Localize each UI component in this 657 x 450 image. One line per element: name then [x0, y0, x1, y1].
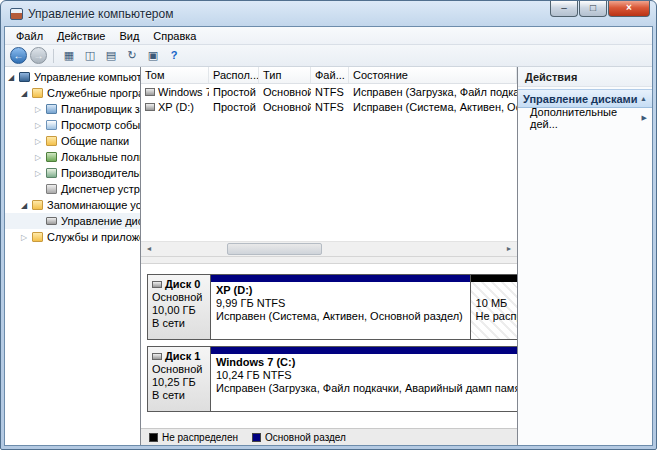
partition-color-band	[471, 275, 517, 282]
legend-label: Основной раздел	[265, 432, 346, 443]
tree-item-label: Управление дисками	[61, 215, 140, 227]
toolbar: ← → ▦ ◫ ▤ ↻ ▣ ?	[5, 45, 652, 67]
scrollbar-thumb[interactable]	[227, 243, 322, 255]
content-area: Управление компьютером (л Служебные прог…	[5, 67, 652, 445]
tree-item-task-scheduler[interactable]: Планировщик заданий	[5, 101, 140, 117]
collapse-arrow-icon[interactable]	[35, 153, 46, 162]
tree-item-shared-folders[interactable]: Общие папки	[5, 133, 140, 149]
partition-unallocated[interactable]: 10 МБ Не распреде	[470, 274, 517, 340]
volume-layout: Простой	[209, 101, 259, 113]
tree-item-label: Запоминающие устройст	[47, 199, 140, 211]
tree-item-disk-management[interactable]: Управление дисками	[5, 213, 140, 229]
volume-status: Исправен (Загрузка, Файл подкачки, Авари	[349, 86, 517, 98]
menu-help[interactable]: Справка	[146, 28, 203, 44]
computer-icon	[19, 72, 30, 82]
scroll-right-icon[interactable]: ►	[501, 242, 517, 256]
volume-type: Основной	[259, 86, 311, 98]
collapse-arrow-icon[interactable]	[35, 105, 46, 114]
window-icon	[10, 8, 23, 20]
expand-arrow-icon[interactable]	[21, 89, 32, 98]
column-header-status[interactable]: Состояние	[349, 67, 517, 83]
tree-item-event-viewer[interactable]: Просмотр событий	[5, 117, 140, 133]
volume-row[interactable]: XP (D:) Простой Основной NTFS Исправен (…	[141, 99, 517, 114]
dual-pane-icon[interactable]: ◫	[81, 48, 99, 64]
back-icon[interactable]: ←	[10, 47, 27, 64]
tree-item-services[interactable]: Службы и приложения	[5, 229, 140, 245]
scroll-left-icon[interactable]: ◄	[141, 242, 157, 256]
forward-icon[interactable]: →	[30, 47, 47, 64]
collapse-chevron-icon[interactable]: ▲	[640, 95, 647, 102]
menu-view[interactable]: Вид	[112, 28, 146, 44]
unallocated-color-swatch	[149, 433, 158, 442]
tree-item-device-manager[interactable]: Диспетчер устройств	[5, 181, 140, 197]
collapse-arrow-icon[interactable]	[21, 233, 32, 242]
maximize-button[interactable]: □	[579, 1, 607, 17]
expand-arrow-icon[interactable]	[8, 73, 19, 82]
column-header-volume[interactable]: Том	[141, 67, 209, 83]
legend-primary-partition: Основной раздел	[252, 432, 346, 443]
disk-icon	[152, 281, 162, 288]
menu-bar: Файл Действие Вид Справка	[5, 27, 652, 45]
more-actions-label: Дополнительные дей...	[530, 106, 642, 130]
task-scheduler-icon	[46, 104, 57, 114]
collapse-arrow-icon[interactable]	[35, 121, 46, 130]
disk-size: 10,00 ГБ	[152, 304, 206, 317]
column-header-filesystem[interactable]: Фай...	[311, 67, 349, 83]
console-tree: Управление компьютером (л Служебные прог…	[5, 67, 141, 445]
show-console-tree-icon[interactable]: ▦	[60, 48, 78, 64]
close-button[interactable]: ×	[608, 1, 650, 17]
volume-row[interactable]: Windows 7 (C:) Простой Основной NTFS Исп…	[141, 84, 517, 99]
expand-arrow-icon[interactable]	[21, 201, 32, 210]
titlebar[interactable]: Управление компьютером – □ ×	[4, 1, 653, 26]
collapse-arrow-icon[interactable]	[35, 169, 46, 178]
disk-info-cell[interactable]: Диск 1 Основной 10,25 ГБ В сети	[147, 346, 211, 412]
properties-icon[interactable]: ▣	[144, 48, 162, 64]
volume-icon	[145, 103, 155, 111]
disk-info-cell[interactable]: Диск 0 Основной 10,00 ГБ В сети	[147, 274, 211, 340]
tree-item-label: Службы и приложения	[47, 231, 140, 243]
scrollbar-track[interactable]	[157, 242, 501, 256]
volume-layout: Простой	[209, 86, 259, 98]
tree-item-performance[interactable]: Производительность	[5, 165, 140, 181]
volume-name: XP (D:)	[158, 101, 194, 113]
event-viewer-icon	[46, 120, 57, 130]
tree-item-storage[interactable]: Запоминающие устройст	[5, 197, 140, 213]
volume-list: Том Распол... Тип Фай... Состояние Windo…	[141, 67, 517, 257]
disk-icon	[152, 353, 162, 360]
tree-item-system-tools[interactable]: Служебные программы	[5, 85, 140, 101]
tree-item-label: Диспетчер устройств	[61, 183, 140, 195]
volume-fs: NTFS	[311, 86, 349, 98]
export-list-icon[interactable]: ▤	[102, 48, 120, 64]
help-icon[interactable]: ?	[165, 48, 183, 64]
tree-item-label: Локальные пользовател	[61, 151, 140, 163]
tree-item-computer-management[interactable]: Управление компьютером (л	[5, 69, 140, 85]
legend-bar: Не распределен Основной раздел	[141, 428, 517, 445]
partition-status: Исправен (Система, Активен, Основной раз…	[216, 310, 465, 323]
toolbar-separator	[53, 49, 54, 63]
partition-title: XP (D:)	[216, 284, 465, 297]
volume-list-empty-area	[141, 114, 517, 241]
tree-item-local-users[interactable]: Локальные пользовател	[5, 149, 140, 165]
partition-primary[interactable]: XP (D:) 9,99 ГБ NTFS Исправен (Система, …	[210, 274, 471, 340]
partition-size: 9,99 ГБ NTFS	[216, 297, 465, 310]
partition-size: 10 МБ	[476, 297, 517, 310]
computer-management-window: Управление компьютером – □ × Файл Действ…	[0, 0, 657, 450]
window-controls: – □ ×	[550, 1, 650, 17]
partition-primary[interactable]: Windows 7 (C:) 10,24 ГБ NTFS Исправен (З…	[210, 346, 517, 412]
menu-action[interactable]: Действие	[50, 28, 112, 44]
refresh-icon[interactable]: ↻	[123, 48, 141, 64]
minimize-button[interactable]: –	[550, 1, 578, 17]
pane-splitter[interactable]	[141, 257, 517, 264]
partition-color-band	[211, 347, 517, 354]
volume-icon	[145, 88, 155, 96]
more-actions-item[interactable]: Дополнительные дей... ▶	[518, 108, 652, 128]
tree-item-label: Планировщик заданий	[61, 103, 140, 115]
disk-name: Диск 0	[165, 278, 200, 291]
column-header-layout[interactable]: Распол...	[209, 67, 259, 83]
collapse-arrow-icon[interactable]	[35, 137, 46, 146]
volume-name: Windows 7 (C:)	[158, 86, 209, 98]
menu-file[interactable]: Файл	[9, 28, 50, 44]
column-header-type[interactable]: Тип	[259, 67, 311, 83]
tree-item-label: Производительность	[61, 167, 140, 179]
horizontal-scrollbar[interactable]: ◄ ►	[141, 241, 517, 256]
